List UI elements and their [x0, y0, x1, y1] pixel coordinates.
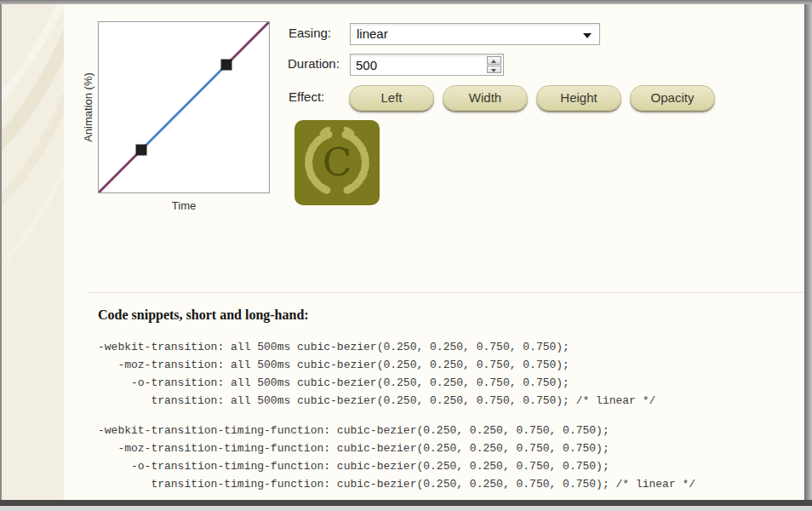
easing-curve-panel	[98, 21, 270, 193]
arrow-up-icon	[491, 60, 496, 63]
background-sidebar-texture	[2, 4, 64, 500]
bottom-frame-light	[0, 506, 812, 511]
chevron-down-icon	[583, 33, 592, 38]
duration-spinner	[487, 56, 501, 73]
bottom-frame-bar	[0, 500, 812, 506]
code-line: transition-timing-function: cubic-bezier…	[98, 475, 695, 493]
code-line: -webkit-transition: all 500ms cubic-bezi…	[98, 338, 655, 356]
easing-selected-value: linear	[357, 26, 388, 41]
monogram-letter: C	[323, 140, 352, 185]
easing-select[interactable]: linear	[350, 23, 600, 45]
effect-button-width[interactable]: Width	[443, 85, 528, 111]
arrow-down-icon	[491, 69, 496, 72]
effect-label: Effect:	[289, 89, 324, 104]
code-line: -moz-transition-timing-function: cubic-b…	[98, 439, 695, 457]
code-line: -webkit-transition-timing-function: cubi…	[98, 422, 695, 439]
easing-label: Easing:	[289, 26, 331, 40]
spinner-down-button[interactable]	[487, 66, 501, 74]
code-block-longhand: -webkit-transition-timing-function: cubi…	[98, 422, 695, 493]
duration-label: Duration:	[288, 56, 340, 71]
code-block-shorthand: -webkit-transition: all 500ms cubic-bezi…	[98, 338, 655, 410]
leaf-watermark-icon	[2, 4, 64, 500]
duration-input[interactable]	[356, 55, 475, 74]
effect-button-left[interactable]: Left	[349, 85, 434, 111]
curve-handle-p2[interactable]	[221, 60, 232, 71]
effect-button-opacity[interactable]: Opacity	[630, 85, 715, 111]
duration-field	[350, 54, 504, 76]
top-frame-bar	[0, 0, 812, 4]
easing-curve-svg	[99, 22, 269, 192]
spinner-up-button[interactable]	[487, 56, 501, 65]
curve-segment-middle	[141, 65, 226, 150]
code-line: -o-transition: all 500ms cubic-bezier(0.…	[98, 374, 655, 392]
effect-button-height[interactable]: Height	[536, 85, 621, 111]
animation-axis-label: Animation (%)	[82, 72, 94, 142]
page: Animation (%) Time Easing: linear Durati…	[0, 0, 812, 511]
code-line: -o-transition-timing-function: cubic-bez…	[98, 457, 695, 475]
left-frame-edge	[0, 4, 2, 500]
laurel-wreath-icon: C	[294, 120, 380, 205]
code-line: transition: all 500ms cubic-bezier(0.250…	[98, 392, 655, 410]
right-drop-shadow	[804, 4, 812, 500]
curve-segment-end	[226, 22, 269, 65]
code-heading: Code snippets, short and long-hand:	[98, 307, 309, 323]
content-panel: Animation (%) Time Easing: linear Durati…	[2, 4, 804, 500]
section-divider	[87, 292, 806, 293]
time-axis-label: Time	[98, 199, 270, 212]
code-line: -moz-transition: all 500ms cubic-bezier(…	[98, 356, 655, 374]
curve-segment-start	[99, 150, 141, 192]
curve-handle-p1[interactable]	[136, 145, 147, 156]
preview-box: C	[294, 120, 380, 205]
